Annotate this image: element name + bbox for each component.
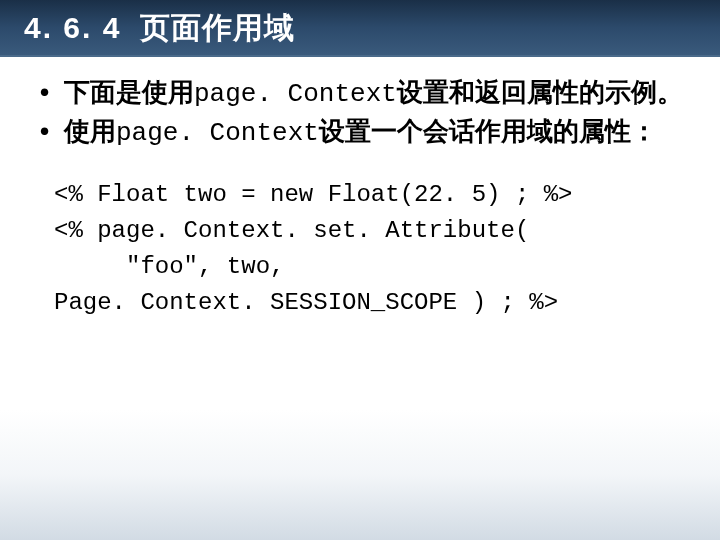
slide-header: 4. 6. 4 页面作用域 bbox=[0, 0, 720, 57]
header-title: 4. 6. 4 页面作用域 bbox=[24, 8, 696, 49]
code-line: "foo", two, bbox=[54, 249, 684, 285]
slide-content: 下面是使用page. Context设置和返回属性的示例。 使用page. Co… bbox=[0, 57, 720, 321]
section-title: 页面作用域 bbox=[140, 11, 295, 44]
bullet-list: 下面是使用page. Context设置和返回属性的示例。 使用page. Co… bbox=[36, 75, 684, 151]
bullet-text-pre: 下面是使用 bbox=[64, 77, 194, 107]
code-block: <% Float two = new Float(22. 5) ; %> <% … bbox=[36, 169, 684, 321]
section-number: 4. 6. 4 bbox=[24, 11, 121, 44]
bullet-text-mono: page. Context bbox=[116, 118, 319, 148]
code-line: <% Float two = new Float(22. 5) ; %> bbox=[54, 177, 684, 213]
bullet-text-mono: page. Context bbox=[194, 79, 397, 109]
bullet-text-post: 设置和返回属性的示例。 bbox=[397, 77, 683, 107]
bullet-item: 下面是使用page. Context设置和返回属性的示例。 bbox=[36, 75, 684, 112]
bullet-text-post: 设置一个会话作用域的属性： bbox=[319, 116, 657, 146]
bullet-text-pre: 使用 bbox=[64, 116, 116, 146]
code-line: <% page. Context. set. Attribute( bbox=[54, 213, 684, 249]
code-line: Page. Context. SESSION_SCOPE ) ; %> bbox=[54, 285, 684, 321]
bullet-item: 使用page. Context设置一个会话作用域的属性： bbox=[36, 114, 684, 151]
bottom-gradient bbox=[0, 410, 720, 540]
